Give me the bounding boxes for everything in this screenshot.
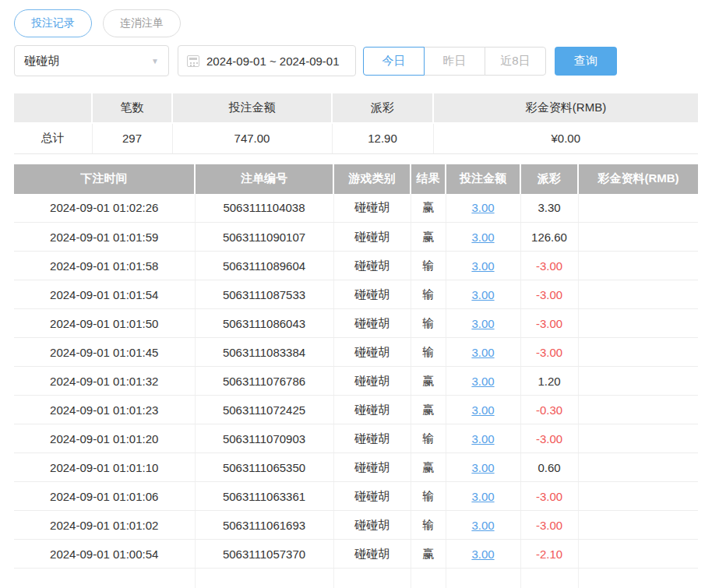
quick-date-filter-button[interactable]: 昨日 bbox=[424, 47, 485, 76]
table-row: 2024-09-01 01:01:02 5063111061693 碰碰胡 输 … bbox=[14, 511, 698, 540]
tab-button[interactable]: 连消注单 bbox=[103, 9, 181, 37]
cell-game-type: 碰碰胡 bbox=[333, 338, 411, 367]
bet-amount-link[interactable]: 3.00 bbox=[471, 432, 494, 445]
bet-table-header-cell: 下注时间 bbox=[14, 164, 195, 194]
summary-count: 297 bbox=[92, 123, 172, 153]
cell-bet-time: 2024-09-01 01:01:23 bbox=[14, 396, 195, 424]
cell-game-type: 碰碰胡 bbox=[333, 540, 411, 569]
date-range-input[interactable]: 2024-09-01 ~ 2024-09-01 bbox=[178, 45, 356, 76]
cell-game-type: 碰碰胡 bbox=[333, 309, 411, 338]
summary-payout: 12.90 bbox=[332, 123, 433, 153]
table-row: 2024-09-01 01:01:23 5063111072425 碰碰胡 赢 … bbox=[14, 396, 698, 424]
table-row: 2024-09-01 01:02:26 5063111104038 碰碰胡 赢 … bbox=[14, 194, 698, 223]
bet-amount-link[interactable]: 3.00 bbox=[471, 288, 494, 301]
cell-bet-time: 2024-09-01 01:01:10 bbox=[14, 453, 195, 482]
table-row: 2024-09-01 01:01:06 5063111063361 碰碰胡 输 … bbox=[14, 482, 698, 511]
cell-order-number: 5063111072425 bbox=[195, 396, 333, 424]
bet-amount-link[interactable]: 3.00 bbox=[471, 346, 494, 359]
table-row: 2024-09-01 01:01:45 5063111083384 碰碰胡 输 … bbox=[14, 338, 698, 367]
cell-game-type: 碰碰胡 bbox=[333, 367, 411, 396]
cell-payout: -0.30 bbox=[520, 396, 578, 424]
cell-result: 赢 bbox=[411, 540, 446, 569]
cell-result: 输 bbox=[411, 424, 446, 453]
cell-order-number: 5063111063361 bbox=[195, 482, 333, 511]
cell-bonus bbox=[578, 252, 698, 280]
cell-bet-time: 2024-09-01 01:01:02 bbox=[14, 511, 195, 540]
cell-game-type: 碰碰胡 bbox=[333, 396, 411, 424]
bet-table-header-cell: 投注金额 bbox=[446, 164, 520, 194]
cell-result: 赢 bbox=[411, 367, 446, 396]
cell-bet-time: 2024-09-01 01:01:32 bbox=[14, 367, 195, 396]
cell-payout: -3.00 bbox=[520, 424, 578, 453]
cell-bonus bbox=[578, 540, 698, 569]
bet-amount-link[interactable]: 3.00 bbox=[471, 403, 494, 417]
cell-game-type: 碰碰胡 bbox=[333, 252, 411, 280]
table-row: 2024-09-01 01:01:10 5063111065350 碰碰胡 赢 … bbox=[14, 453, 698, 482]
cell-result: 赢 bbox=[411, 223, 446, 252]
table-row: 2024-09-01 01:01:59 5063111090107 碰碰胡 赢 … bbox=[14, 223, 698, 252]
bet-records-table: 下注时间 注单编号 游戏类别 结果 投注金额 派彩 彩金资料(RMB) bbox=[14, 164, 698, 588]
top-tabs: 投注记录 连消注单 bbox=[14, 9, 698, 37]
summary-header-cell: 彩金资料(RMB) bbox=[433, 93, 698, 123]
quick-date-filter-button[interactable]: 近8日 bbox=[485, 47, 546, 76]
cell-bonus bbox=[578, 280, 698, 309]
bet-amount-link[interactable]: 3.00 bbox=[471, 548, 494, 561]
cell-payout: -3.00 bbox=[520, 280, 578, 309]
cell-bonus bbox=[578, 396, 698, 424]
summary-bonus: ¥0.00 bbox=[433, 123, 698, 153]
cell-bonus bbox=[578, 194, 698, 223]
bet-amount-link[interactable]: 3.00 bbox=[471, 519, 494, 532]
cell-bet-time: 2024-09-01 01:02:26 bbox=[14, 194, 195, 223]
cell-bet-time: 2024-09-01 01:01:50 bbox=[14, 309, 195, 338]
summary-header-cell bbox=[14, 93, 92, 123]
bet-table-header-cell: 派彩 bbox=[520, 164, 578, 194]
cell-bet-time: 2024-09-01 01:01:54 bbox=[14, 280, 195, 309]
cell-bet-time: 2024-09-01 01:01:58 bbox=[14, 252, 195, 280]
game-type-select[interactable]: 碰碰胡 ▼ bbox=[14, 45, 169, 76]
bet-amount-link[interactable]: 3.00 bbox=[471, 259, 494, 273]
quick-date-filter-button[interactable]: 今日 bbox=[363, 47, 425, 76]
tab-button[interactable]: 投注记录 bbox=[14, 9, 92, 37]
bet-amount-link[interactable]: 3.00 bbox=[471, 461, 494, 474]
betting-records-page: 投注记录 连消注单 碰碰胡 ▼ 2024-09-01 ~ 2024-09-01 … bbox=[0, 9, 712, 588]
table-row: 2024-09-01 01:01:20 5063111070903 碰碰胡 输 … bbox=[14, 424, 698, 453]
cell-result: 输 bbox=[411, 511, 446, 540]
search-button[interactable]: 查询 bbox=[555, 47, 617, 76]
cell-result: 赢 bbox=[411, 194, 446, 223]
cell-bet-time: 2024-09-01 01:00:54 bbox=[14, 540, 195, 569]
cell-payout: -3.00 bbox=[520, 511, 578, 540]
cell-payout: -2.10 bbox=[520, 540, 578, 569]
cell-bet-time: 2024-09-01 01:01:45 bbox=[14, 338, 195, 367]
cell-order-number: 5063111083384 bbox=[195, 338, 333, 367]
bet-amount-link[interactable]: 3.00 bbox=[471, 490, 494, 503]
summary-header-cell: 笔数 bbox=[92, 93, 172, 123]
bet-amount-link[interactable]: 3.00 bbox=[471, 317, 494, 330]
cell-order-number: 5063111090107 bbox=[195, 223, 333, 252]
summary-table: 笔数 投注金额 派彩 彩金资料(RMB) 总计 297 747.00 12.90… bbox=[14, 93, 698, 154]
summary-header-cell: 派彩 bbox=[332, 93, 433, 123]
bet-amount-link[interactable]: 3.00 bbox=[471, 375, 494, 388]
cell-result: 赢 bbox=[411, 453, 446, 482]
cell-payout: 0.60 bbox=[520, 453, 578, 482]
chevron-down-icon: ▼ bbox=[151, 57, 159, 65]
bet-table-body: 2024-09-01 01:02:26 5063111104038 碰碰胡 赢 … bbox=[14, 194, 698, 569]
cell-payout: -3.00 bbox=[520, 309, 578, 338]
cell-payout: 126.60 bbox=[520, 223, 578, 252]
cell-bet-time: 2024-09-01 01:01:59 bbox=[14, 223, 195, 252]
table-row: 2024-09-01 01:01:54 5063111087533 碰碰胡 输 … bbox=[14, 280, 698, 309]
bet-table-header-cell: 结果 bbox=[411, 164, 446, 194]
bet-amount-link[interactable]: 3.00 bbox=[471, 201, 494, 214]
cell-order-number: 5063111086043 bbox=[195, 309, 333, 338]
cell-payout: 1.20 bbox=[520, 367, 578, 396]
cell-bonus bbox=[578, 367, 698, 396]
cell-bet-time: 2024-09-01 01:01:20 bbox=[14, 424, 195, 453]
table-row: 2024-09-01 01:01:58 5063111089604 碰碰胡 输 … bbox=[14, 252, 698, 280]
cell-order-number: 5063111065350 bbox=[195, 453, 333, 482]
cell-game-type: 碰碰胡 bbox=[333, 424, 411, 453]
cell-game-type: 碰碰胡 bbox=[333, 482, 411, 511]
table-row: 2024-09-01 01:01:32 5063111076786 碰碰胡 赢 … bbox=[14, 367, 698, 396]
summary-header-row: 笔数 投注金额 派彩 彩金资料(RMB) bbox=[14, 93, 698, 123]
cell-order-number: 5063111076786 bbox=[195, 367, 333, 396]
filter-bar: 碰碰胡 ▼ 2024-09-01 ~ 2024-09-01 今日 昨日 近8日 … bbox=[14, 45, 698, 76]
bet-amount-link[interactable]: 3.00 bbox=[471, 231, 494, 244]
